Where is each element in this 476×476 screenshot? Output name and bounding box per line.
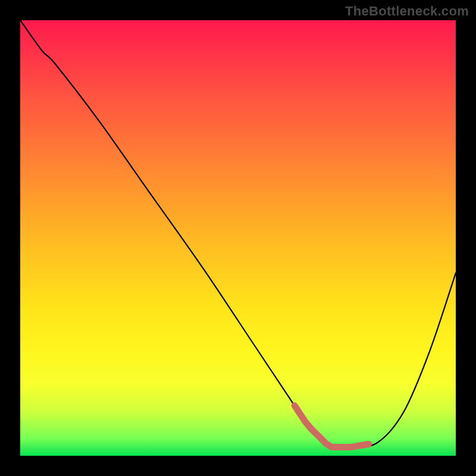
valley-highlight xyxy=(295,406,368,447)
plot-area xyxy=(20,20,456,456)
curve-svg xyxy=(20,20,456,456)
bottleneck-curve xyxy=(20,20,456,449)
watermark-text: TheBottleneck.com xyxy=(345,4,469,19)
chart-frame: TheBottleneck.com xyxy=(0,0,476,476)
